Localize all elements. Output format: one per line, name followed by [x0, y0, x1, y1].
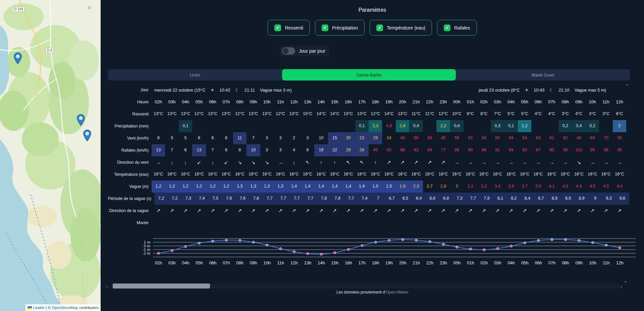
tide-point [592, 242, 594, 244]
table-cell: 16°C [558, 168, 572, 180]
horizontal-scrollbar[interactable] [111, 283, 619, 289]
tide-x-label: 23h [440, 260, 447, 265]
checkbox-label: Ressenti [285, 25, 303, 31]
moon-icon: ☾ [235, 88, 239, 93]
table-cell: 28 [355, 144, 369, 156]
tab-sainte-barbe[interactable]: Sainte-Barbe [282, 69, 456, 81]
horizontal-scrollbar-thumb[interactable] [113, 283, 210, 289]
tide-x-label: 20h [399, 260, 407, 265]
day-by-day-row: Jour par jour [280, 46, 329, 56]
day-by-day-toggle[interactable] [282, 47, 295, 55]
scroll-up-icon[interactable]: ⌃ [625, 84, 629, 89]
map-marker[interactable] [77, 114, 85, 126]
table-cell: ↗ [355, 205, 369, 217]
scroll-down-icon[interactable]: ⌄ [624, 278, 628, 283]
table-cell: 3 [274, 132, 287, 144]
table-cell: 8,9 [548, 193, 561, 205]
table-cell: 6,6 [426, 193, 439, 205]
table-cell [423, 120, 436, 132]
table-cell: 21h [409, 96, 423, 108]
table-cell [287, 120, 301, 132]
tide-x-label: 04h [182, 260, 190, 265]
table-cell: 7,8 [317, 193, 331, 205]
table-cell: 13°C [341, 108, 355, 120]
table-cell: 3 [260, 132, 274, 144]
tide-point [401, 239, 404, 241]
table-cell: 13°C [179, 108, 192, 120]
tide-x-label: 12h [290, 260, 298, 265]
table-cell: 2,6 [396, 120, 409, 132]
map-attribution: Leaflet | © OpenStreetMap contributors [25, 304, 101, 311]
table-cell: 16°C [179, 168, 192, 180]
table-cell: 1,4 [328, 180, 341, 193]
map-marker[interactable] [83, 129, 91, 142]
table-cell [477, 120, 491, 132]
table-cell: 23h [436, 96, 450, 108]
tide-point [225, 239, 227, 241]
table-cell [328, 120, 341, 132]
row-label-rafales: Rafales (km/h) [108, 148, 152, 153]
open-meteo-link[interactable]: Open-Meteo [386, 290, 408, 295]
table-cell: ↗ [423, 205, 436, 217]
table-cell: ↗ [341, 205, 355, 217]
tide-x-label: 06h [535, 260, 542, 265]
table-cell: 8°C [464, 108, 477, 120]
table-cell: 5°C [504, 108, 518, 120]
table-cell: 45 [436, 132, 450, 144]
table-cell: 16°C [613, 168, 626, 180]
table-cell: 58 [409, 132, 423, 144]
table-cell: 01h [464, 96, 477, 108]
table-cell: 13°C [219, 108, 233, 120]
tide-point [429, 241, 431, 243]
table-cell: ↓ [165, 156, 178, 168]
table-cell: 7,3 [453, 193, 466, 205]
tide-x-label: 09h [250, 260, 257, 265]
map[interactable]: D 194 37 D 9 Leaflet | © OpenStreetMap c… [0, 0, 101, 311]
table-cell: ↗ [436, 205, 450, 217]
table-cell: → [531, 156, 545, 168]
table-cell: ↗ [192, 205, 206, 217]
table-cell: 14h [314, 96, 328, 108]
tab-man-guen[interactable]: Mané Guen [456, 69, 630, 81]
table-cell: 12°C [274, 108, 287, 120]
osm-link[interactable]: OpenStreetMap [52, 305, 78, 310]
table-cell: 13°C [355, 108, 369, 120]
scroll-right-icon[interactable]: › [621, 284, 622, 289]
table-row-precipitation: Précipitation (mm)0,10,12,34,62,60,42,20… [108, 120, 631, 132]
checkbox-temp-rature-eau[interactable]: ✓Température (eau) [370, 20, 432, 36]
table-cell: 3 [274, 144, 287, 156]
table-cell: 28 [369, 132, 382, 144]
table-cell [260, 120, 274, 132]
table-cell: 8 [233, 144, 247, 156]
table-cell: ↗ [247, 205, 260, 217]
table-cell: 7,6 [236, 193, 249, 205]
checkbox-rafales[interactable]: ✓Rafales [437, 20, 477, 36]
table-cell: 6 [301, 144, 314, 156]
table-cell: ↗ [152, 205, 165, 217]
ukraine-flag-icon [28, 306, 32, 309]
leaflet-link[interactable]: Leaflet [33, 305, 44, 310]
day-header-1: mercredi 22 octobre (15°C☀10:42☾21:11Vag… [152, 84, 291, 96]
table-row-jour: Jourmercredi 22 octobre (15°C☀10:42☾21:1… [108, 84, 631, 96]
tide-point [375, 241, 377, 243]
table-cell [247, 120, 260, 132]
table-cell: 7,5 [209, 193, 222, 205]
map-art [0, 0, 101, 311]
table-cell: ↑ [328, 156, 341, 168]
table-cell: 6 [206, 132, 219, 144]
tide-point [510, 245, 512, 247]
tide-x-label: 02h [155, 260, 162, 265]
scroll-left-icon[interactable]: ‹ [106, 283, 108, 289]
tide-x-label: 09h [576, 260, 583, 265]
map-marker[interactable] [14, 52, 22, 64]
tab-lin-s[interactable]: Linès [108, 69, 282, 81]
checkbox-checked-icon: ✓ [444, 24, 450, 31]
table-cell: 99 [558, 144, 572, 156]
row-label-direction-vague: Direction de la vague [108, 208, 152, 213]
checkbox-pr-cipitation[interactable]: ✓Précipitation [315, 20, 365, 36]
tide-chart: 1 m0 m-1 m-2 m02h03h04h05h06h07h08h09h10… [108, 235, 637, 268]
table-cell: 23 [355, 132, 369, 144]
table-cell: 3 [450, 180, 464, 193]
table-cell: → [464, 156, 477, 168]
checkbox-ressenti[interactable]: ✓Ressenti [268, 20, 310, 36]
